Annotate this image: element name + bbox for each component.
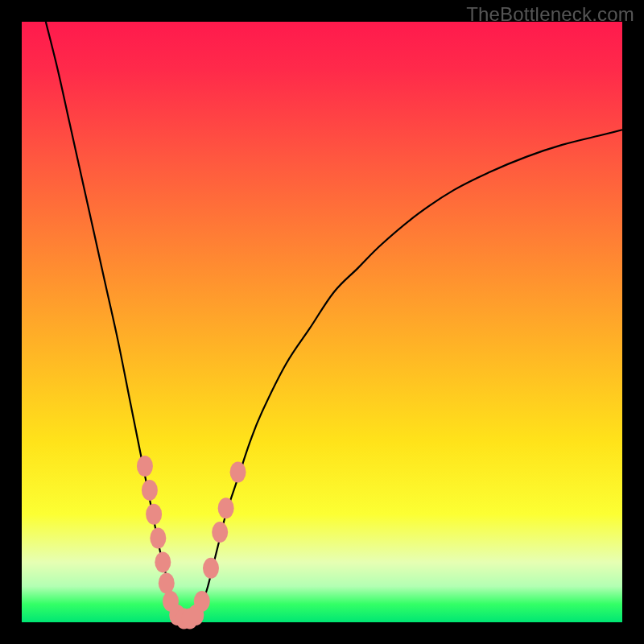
highlight-marker — [212, 522, 228, 543]
highlight-marker — [203, 558, 219, 579]
bottleneck-curve-plot — [22, 22, 622, 622]
highlight-marker — [159, 573, 175, 594]
highlight-marker — [142, 480, 158, 501]
highlight-marker — [146, 504, 162, 525]
highlight-marker — [150, 528, 166, 549]
highlight-marker — [230, 462, 246, 483]
curve-left-branch — [46, 22, 178, 617]
curve-right-branch — [196, 130, 622, 616]
watermark-text: TheBottleneck.com — [466, 3, 634, 26]
chart-background — [22, 22, 622, 622]
highlight-marker — [218, 497, 234, 518]
highlight-marker — [155, 551, 171, 572]
highlight-marker — [194, 591, 210, 612]
highlight-markers — [137, 456, 246, 629]
highlight-marker — [137, 456, 153, 477]
